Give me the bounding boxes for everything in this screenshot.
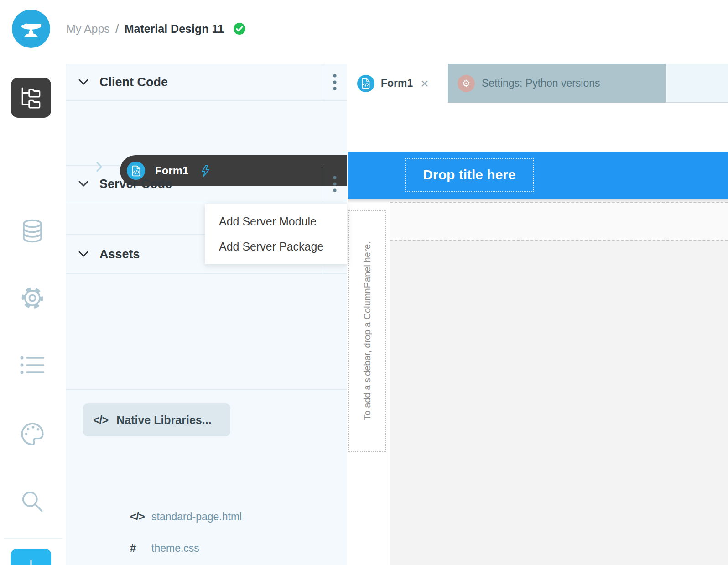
add-app-component-button[interactable] — [11, 549, 51, 565]
top-header: My Apps / Material Design 11 — [0, 0, 728, 64]
code-tag-icon: </> — [93, 413, 108, 427]
assets-list: </> standard-page.html # theme.css — [66, 274, 347, 390]
gear-icon — [20, 285, 45, 311]
sidebar-item-search[interactable] — [18, 487, 47, 516]
gear-icon: ⚙ — [458, 75, 475, 92]
plus-icon — [21, 559, 42, 565]
anvil-icon — [18, 16, 44, 42]
chevron-down-icon[interactable] — [78, 78, 89, 86]
content-drop-region-lower[interactable] — [390, 240, 728, 565]
breadcrumb-separator: / — [115, 21, 119, 36]
client-code-list: Form1 — [66, 101, 347, 166]
tab-label: Form1 — [381, 77, 413, 89]
asset-label: theme.css — [151, 542, 199, 555]
palette-icon — [19, 422, 46, 446]
form-doc-icon — [357, 75, 374, 92]
breadcrumb-my-apps[interactable]: My Apps — [66, 22, 110, 36]
kebab-menu-icon[interactable] — [331, 72, 338, 93]
sidebar-item-app-browser[interactable] — [11, 78, 51, 118]
search-icon — [20, 489, 45, 514]
menu-item-add-server-module[interactable]: Add Server Module — [205, 209, 347, 233]
sidebar-item-settings[interactable] — [18, 284, 47, 312]
chevron-down-icon[interactable] — [78, 250, 89, 258]
hash-icon: # — [130, 542, 135, 555]
design-canvas: To add a sidebar, drop a ColumnPanel her… — [347, 199, 728, 565]
tab-form1[interactable]: Form1 × — [347, 64, 448, 103]
tab-settings-python-versions[interactable]: ⚙ Settings: Python versions — [448, 64, 666, 103]
content-drop-region[interactable] — [390, 202, 728, 565]
close-icon[interactable]: × — [421, 77, 429, 90]
section-client-code[interactable]: Client Code — [66, 64, 347, 101]
native-libraries-button[interactable]: </> Native Libraries... — [83, 403, 230, 436]
anvil-logo-icon[interactable] — [12, 10, 50, 48]
database-icon — [21, 218, 44, 244]
sidebar-item-logs[interactable] — [18, 351, 47, 380]
breadcrumb: My Apps / Material Design 11 — [66, 0, 246, 58]
sidebar-dropzone[interactable]: To add a sidebar, drop a ColumnPanel her… — [348, 210, 386, 452]
chevron-down-icon[interactable] — [78, 180, 89, 188]
asset-item-theme-css[interactable]: # theme.css — [66, 538, 347, 558]
menu-item-add-server-package[interactable]: Add Server Package — [205, 235, 347, 258]
asset-label: standard-page.html — [151, 511, 242, 523]
folder-tree-icon — [20, 87, 42, 109]
app-bar-shadow — [348, 199, 728, 203]
section-label: Client Code — [99, 75, 168, 89]
title-placeholder: Drop title here — [423, 167, 515, 183]
list-icon — [20, 356, 45, 376]
title-dropzone[interactable]: Drop title here — [405, 158, 534, 192]
anvil-editor-window: My Apps / Material Design 11 — [0, 0, 728, 565]
sidebar-drop-hint: To add a sidebar, drop a ColumnPanel her… — [362, 241, 373, 420]
app-bar: Drop title here — [348, 152, 728, 199]
section-server-code[interactable]: Server Code — [66, 166, 347, 202]
header-divider — [323, 64, 323, 100]
server-code-context-menu: Add Server Module Add Server Package — [205, 204, 347, 264]
tab-label: Settings: Python versions — [482, 77, 600, 89]
section-label: Assets — [99, 247, 140, 261]
asset-item-standard-page[interactable]: </> standard-page.html — [66, 507, 347, 527]
code-tag-icon: </> — [130, 510, 145, 523]
native-libraries-label: Native Libraries... — [116, 413, 211, 427]
sidebar-item-data-tables[interactable] — [18, 217, 47, 245]
icon-sidebar — [0, 64, 66, 565]
breadcrumb-app-name[interactable]: Material Design 11 — [125, 22, 224, 36]
kebab-menu-icon[interactable] — [331, 173, 338, 194]
section-label: Server Code — [99, 177, 172, 191]
app-browser-panel: Client Code Form1 — [66, 64, 347, 565]
check-circle-icon — [233, 22, 246, 35]
header-divider — [323, 166, 323, 202]
sidebar-divider — [4, 538, 62, 539]
editor-toolbar: Design Code Split Fo — [347, 103, 728, 152]
sidebar-item-theme[interactable] — [18, 420, 47, 448]
